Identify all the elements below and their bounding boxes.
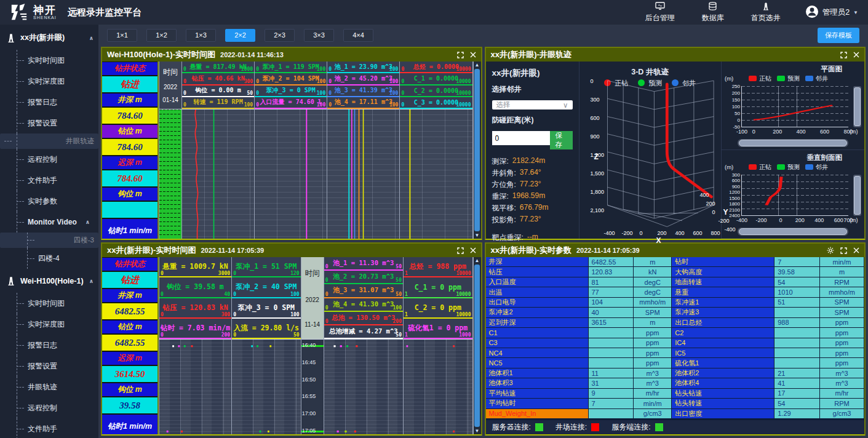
sidebar-item-报警日志[interactable]: 报警日志 — [0, 335, 98, 356]
sidebar-item-井眼轨迹[interactable]: 井眼轨迹 — [0, 376, 98, 397]
curve-label: 0入流 = 29.80 l/s50 — [232, 319, 301, 339]
table-row: Mud_Weight_Ing/cm3出口密度1.29g/cm3 — [486, 409, 865, 419]
sidebar-item-实时深度图[interactable]: 实时深度图 — [0, 71, 98, 92]
param-value: 40 — [589, 308, 634, 317]
scroll-up-icon[interactable]: ▲ — [475, 62, 480, 68]
scroll-down-icon[interactable]: ▼ — [475, 233, 480, 238]
sidebar-item-井眼轨迹[interactable]: 井眼轨迹 — [0, 133, 98, 149]
param-value: 1.29 — [774, 409, 820, 419]
x-tick: -100 — [736, 127, 747, 135]
scroll-up-icon[interactable]: ▲ — [475, 258, 480, 263]
close-icon[interactable] — [853, 52, 859, 58]
well-name: xx井(新井眼) — [492, 68, 573, 79]
param-value: 77 — [589, 287, 634, 297]
param-value — [774, 328, 820, 338]
plan-vscrollbar[interactable] — [853, 86, 861, 127]
close-icon[interactable] — [470, 247, 476, 253]
sidebar-item-文件助手[interactable]: 文件助手 — [0, 418, 98, 438]
scrollbar-thumb[interactable] — [474, 265, 480, 427]
param-name: 泵冲速1 — [672, 298, 774, 308]
y-tick: 1200 — [729, 189, 742, 195]
time-tick: 16:55 — [302, 393, 316, 399]
nav-admin[interactable]: 后台管理 — [645, 2, 675, 23]
section-hscrollbar[interactable] — [738, 228, 848, 236]
y-tick: 2100 — [729, 207, 742, 212]
sidebar-item-实时参数[interactable]: 实时参数 — [0, 191, 98, 212]
expand-icon[interactable] — [840, 247, 847, 254]
nav-well-select[interactable]: 首页选井 — [751, 2, 781, 23]
status-indicator — [535, 423, 543, 431]
well-header[interactable]: xx井(新井眼)∧ — [0, 26, 98, 50]
time-axis: 16:4016:4516:5016:5517:0017:05 — [301, 340, 324, 434]
sidebar-item-报警设置[interactable]: 报警设置 — [0, 356, 98, 376]
layout-button-2×2[interactable]: 2×2 — [225, 29, 255, 42]
sidebar-item-实时时间图[interactable]: 实时时间图 — [0, 50, 98, 71]
well-header[interactable]: Wei-H100(Hole-1)∧ — [0, 269, 98, 293]
param-value: 41 — [774, 378, 820, 388]
sidebar-item-远程控制[interactable]: 远程控制 — [0, 397, 98, 418]
save-template-button[interactable]: 保存模板 — [818, 28, 859, 43]
param-card: 钻位 m6482.55 — [102, 321, 157, 351]
curve-label: 0池_4 = 41.30 m^3100 — [324, 298, 403, 312]
plot3d-tick: 800 — [711, 230, 720, 236]
panel-realtime-chart-1: Wei-H100(Hole-1)-实时时间图 2022-01-14 11:46:… — [101, 47, 482, 240]
distance-input[interactable] — [492, 131, 550, 145]
neighbor-label: 选择邻井 — [492, 84, 573, 95]
plan-hscrollbar[interactable] — [738, 139, 848, 147]
param-unit: degC — [634, 277, 672, 287]
expand-icon[interactable] — [457, 247, 464, 254]
close-icon[interactable] — [853, 247, 859, 253]
neighbor-select[interactable]: 选择 ∨ — [492, 100, 573, 110]
plot3d-tick: -400 — [604, 230, 615, 236]
sidebar-item-四楼-3[interactable]: 四楼-3 — [0, 233, 98, 248]
param-name: NC5 — [486, 358, 589, 368]
param-name: 泵冲速2 — [486, 308, 589, 317]
param-name: 出口总烃 — [672, 318, 774, 328]
plot3d-tick: -200 — [622, 230, 633, 236]
sidebar-item-文件助手[interactable]: 文件助手 — [0, 170, 98, 191]
user-menu[interactable]: 管理员2 ▼ — [805, 5, 858, 20]
vertical-scrollbar[interactable]: ▲ ▼ — [473, 257, 481, 434]
layout-button-3×3[interactable]: 3×3 — [304, 29, 334, 42]
param-value: 81 — [589, 277, 634, 287]
vertical-scrollbar[interactable]: ▲ ▼ — [473, 62, 481, 239]
admin-monitor-icon — [655, 2, 665, 12]
gear-icon[interactable] — [827, 247, 834, 254]
section-vscrollbar[interactable] — [853, 175, 861, 216]
param-value: 21 — [774, 368, 820, 378]
x-tick: 200 — [795, 215, 805, 223]
sidebar-item-实时深度图[interactable]: 实时深度图 — [0, 314, 98, 335]
y-tick: 100 — [732, 104, 742, 110]
scroll-down-icon[interactable]: ▼ — [475, 428, 480, 434]
expand-icon[interactable] — [457, 52, 464, 58]
brand-subtitle: SHENKAI — [33, 15, 57, 20]
curve-track: 1总烃 = 988 ppm100001C_1 = 0 ppm100001C_2 … — [404, 257, 473, 434]
save-distance-button[interactable]: 保存 — [550, 131, 573, 149]
param-name: 平均钻时 — [486, 399, 589, 408]
panel-time: 2022-01-14 11:46:13 — [220, 51, 284, 58]
layout-button-1×1[interactable]: 1×1 — [107, 29, 137, 42]
param-card: 井深 m784.60 — [102, 94, 157, 124]
panel-header: Wei-H100(Hole-1)-实时时间图 2022-01-14 11:46:… — [102, 48, 481, 62]
sidebar-item-远程控制[interactable]: 远程控制 — [0, 149, 98, 170]
plot3d-tick: Z — [594, 153, 599, 161]
expand-icon[interactable] — [840, 52, 847, 58]
table-row: 钻压120.83kN大钩高度39.58m — [486, 267, 865, 277]
params-table: 井深6482.55m钻时7min/m钻压120.83kN大钩高度39.58m入口… — [486, 257, 865, 419]
curve-label: 0总烃 = 0.000010000 — [400, 62, 472, 73]
layout-button-1×3[interactable]: 1×3 — [186, 29, 216, 42]
param-value: 120.83 — [589, 267, 634, 277]
sidebar-item-Monitor Video[interactable]: Monitor Video∧ — [0, 212, 98, 233]
sidebar-item-报警设置[interactable]: 报警设置 — [0, 113, 98, 133]
nav-database[interactable]: 数据库 — [702, 2, 724, 23]
sidebar-item-报警日志[interactable]: 报警日志 — [0, 92, 98, 113]
layout-button-4×4[interactable]: 4×4 — [343, 29, 373, 42]
layout-button-2×3[interactable]: 2×3 — [265, 29, 295, 42]
scrollbar-thumb[interactable] — [474, 69, 480, 231]
sidebar-item-实时时间图[interactable]: 实时时间图 — [0, 293, 98, 314]
param-unit: ppm — [820, 328, 864, 338]
param-unit: RPM — [820, 277, 864, 287]
close-icon[interactable] — [470, 52, 476, 58]
sidebar-item-四楼-4[interactable]: 四楼-4 — [0, 248, 98, 269]
layout-button-1×2[interactable]: 1×2 — [146, 29, 177, 42]
